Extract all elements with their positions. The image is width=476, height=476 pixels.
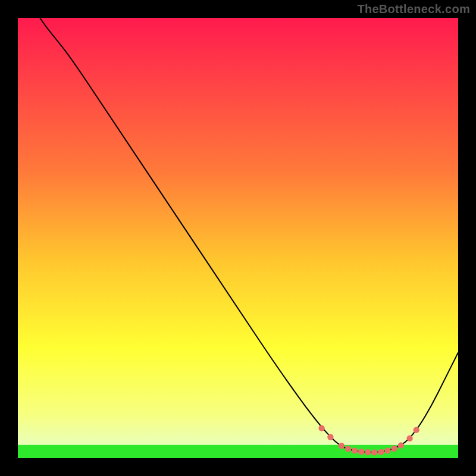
highlight-dot	[392, 446, 397, 452]
highlight-dot	[327, 434, 333, 440]
highlight-dot	[398, 442, 404, 448]
highlight-dot	[352, 447, 358, 453]
gradient-background	[18, 18, 458, 458]
highlight-dot	[384, 447, 390, 453]
highlight-dot	[378, 449, 384, 455]
highlight-dot	[318, 425, 324, 431]
highlight-dot	[365, 449, 371, 455]
highlight-dot	[339, 443, 345, 449]
chart-svg	[18, 18, 458, 458]
highlight-dot	[358, 449, 364, 455]
highlight-dot	[406, 436, 412, 441]
highlight-dot	[345, 446, 351, 452]
highlight-dot	[371, 449, 377, 455]
chart-frame: TheBottleneck.com	[0, 0, 476, 476]
plot-area	[18, 18, 458, 458]
watermark-text: TheBottleneck.com	[357, 2, 470, 16]
highlight-dot	[414, 427, 419, 433]
